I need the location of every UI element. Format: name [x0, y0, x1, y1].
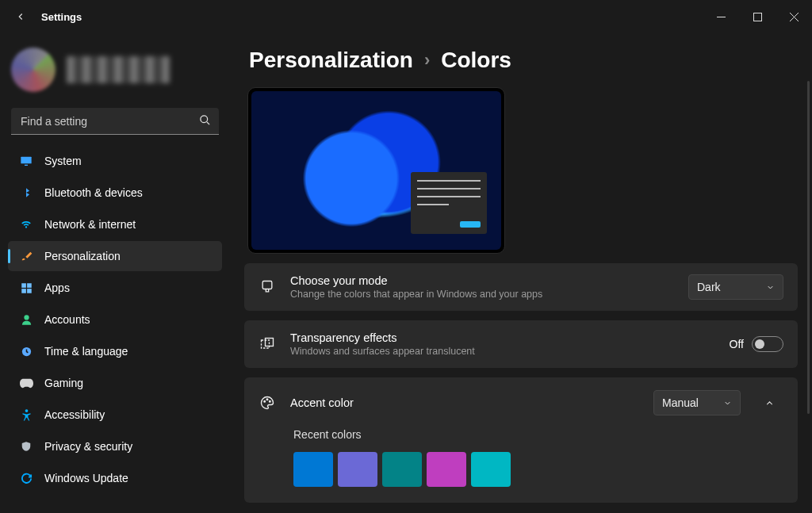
- accent-expand-button[interactable]: [755, 389, 783, 417]
- sidebar-item-bluetooth[interactable]: Bluetooth & devices: [8, 178, 222, 208]
- sidebar-item-label: Time & language: [44, 345, 128, 358]
- svg-rect-7: [21, 289, 26, 293]
- choose-mode-value: Dark: [697, 281, 721, 293]
- sidebar-item-label: Privacy & security: [44, 440, 132, 453]
- bluetooth-icon: [19, 186, 33, 199]
- page-title: Colors: [441, 48, 511, 73]
- svg-rect-8: [27, 289, 32, 293]
- profile-name: [67, 56, 170, 83]
- window-controls: [703, 0, 812, 33]
- sidebar-item-label: Bluetooth & devices: [44, 186, 143, 199]
- color-swatch[interactable]: [293, 452, 333, 487]
- svg-rect-5: [21, 283, 26, 288]
- svg-point-16: [266, 399, 268, 400]
- chevron-down-icon: [766, 283, 775, 292]
- choose-mode-select[interactable]: Dark: [688, 274, 783, 300]
- titlebar: Settings: [0, 0, 812, 33]
- profile[interactable]: [8, 40, 222, 105]
- transparency-title: Transparency effects: [290, 331, 715, 344]
- sidebar-item-network[interactable]: Network & internet: [8, 209, 222, 239]
- svg-rect-0: [717, 17, 726, 17]
- sidebar-item-accounts[interactable]: Accounts: [8, 304, 222, 335]
- sidebar-item-label: Network & internet: [44, 218, 136, 231]
- main-content: Personalization › Colors Choose your mod…: [230, 33, 812, 513]
- palette-icon: [259, 395, 276, 411]
- brush-icon: [259, 279, 276, 295]
- choose-mode-card: Choose your mode Change the colors that …: [244, 263, 798, 311]
- chevron-right-icon: ›: [424, 50, 430, 71]
- chevron-down-icon: [723, 399, 732, 408]
- nav: System Bluetooth & devices Network & int…: [8, 146, 222, 493]
- transparency-icon: [259, 336, 276, 352]
- breadcrumb: Personalization › Colors: [249, 48, 798, 73]
- svg-point-17: [270, 401, 271, 403]
- sidebar: System Bluetooth & devices Network & int…: [0, 33, 230, 513]
- sidebar-item-label: System: [44, 155, 82, 167]
- color-swatch[interactable]: [338, 452, 377, 487]
- chevron-up-icon: [764, 398, 775, 408]
- recent-colors: [259, 452, 783, 487]
- recent-colors-label: Recent colors: [259, 428, 783, 441]
- sidebar-item-update[interactable]: Windows Update: [8, 463, 222, 493]
- svg-point-11: [25, 409, 28, 412]
- theme-preview: [247, 87, 505, 254]
- window-title: Settings: [41, 11, 82, 23]
- game-icon: [19, 378, 33, 389]
- breadcrumb-parent[interactable]: Personalization: [249, 48, 413, 73]
- back-button[interactable]: [8, 4, 33, 29]
- clock-icon: [19, 346, 33, 358]
- svg-rect-1: [753, 13, 761, 21]
- maximize-button[interactable]: [739, 0, 776, 33]
- brush-icon: [19, 250, 33, 262]
- scrollbar[interactable]: [807, 81, 810, 414]
- avatar: [11, 48, 56, 92]
- sidebar-item-label: Personalization: [44, 250, 121, 262]
- close-button[interactable]: [776, 0, 812, 33]
- sidebar-item-apps[interactable]: Apps: [8, 273, 222, 303]
- search-icon: [199, 114, 211, 129]
- accent-value: Manual: [662, 396, 699, 409]
- color-swatch[interactable]: [382, 452, 422, 487]
- accessibility-icon: [19, 408, 33, 421]
- accent-select[interactable]: Manual: [653, 390, 741, 415]
- sidebar-item-accessibility[interactable]: Accessibility: [8, 400, 222, 430]
- transparency-toggle[interactable]: [752, 336, 783, 352]
- search-container: [11, 108, 219, 135]
- accent-color-card: Accent color Manual Recent colors: [244, 377, 798, 503]
- sidebar-item-privacy[interactable]: Privacy & security: [8, 431, 222, 461]
- color-swatch[interactable]: [427, 452, 466, 487]
- transparency-subtitle: Windows and surfaces appear translucent: [290, 346, 715, 357]
- svg-rect-3: [21, 157, 31, 164]
- svg-point-9: [24, 315, 29, 320]
- svg-point-2: [201, 116, 208, 123]
- monitor-icon: [19, 155, 33, 167]
- sidebar-item-label: Apps: [44, 281, 70, 294]
- sidebar-item-label: Gaming: [44, 377, 83, 389]
- svg-point-15: [264, 401, 266, 403]
- sidebar-item-label: Accounts: [44, 313, 90, 326]
- person-icon: [19, 314, 33, 326]
- sidebar-item-personalization[interactable]: Personalization: [8, 241, 222, 271]
- shield-icon: [19, 440, 33, 453]
- transparency-state-label: Off: [730, 338, 744, 350]
- svg-rect-4: [25, 165, 28, 166]
- svg-rect-12: [262, 281, 272, 289]
- color-swatch[interactable]: [471, 452, 511, 487]
- accent-title: Accent color: [290, 396, 639, 409]
- choose-mode-title: Choose your mode: [290, 274, 674, 287]
- sidebar-item-time-language[interactable]: Time & language: [8, 336, 222, 366]
- update-icon: [19, 473, 33, 484]
- minimize-button[interactable]: [703, 0, 739, 33]
- sidebar-item-label: Accessibility: [44, 408, 105, 421]
- search-input[interactable]: [11, 108, 219, 135]
- sidebar-item-system[interactable]: System: [8, 146, 222, 176]
- wifi-icon: [19, 219, 33, 230]
- choose-mode-subtitle: Change the colors that appear in Windows…: [290, 289, 674, 300]
- preview-window: [411, 172, 487, 234]
- transparency-card: Transparency effects Windows and surface…: [244, 320, 798, 368]
- sidebar-item-gaming[interactable]: Gaming: [8, 368, 222, 398]
- apps-icon: [19, 282, 33, 294]
- sidebar-item-label: Windows Update: [44, 472, 128, 484]
- svg-rect-6: [27, 283, 32, 288]
